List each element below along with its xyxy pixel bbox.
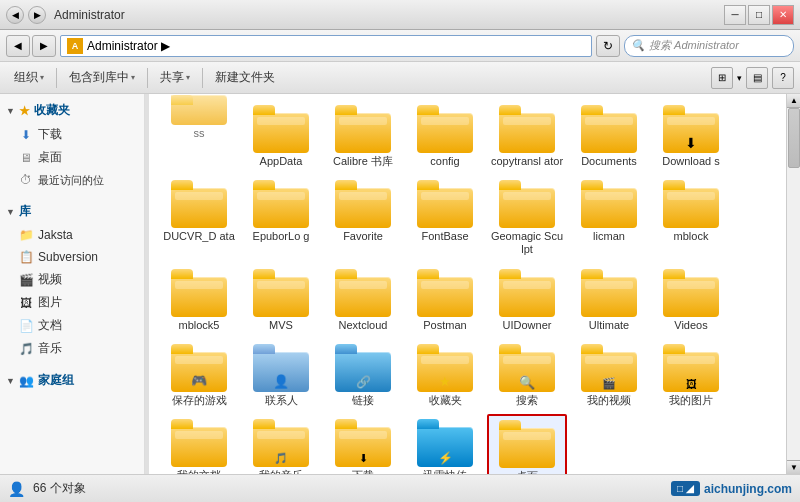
folder-search[interactable]: 🔍 搜索 <box>487 339 567 412</box>
status-count: 66 个对象 <box>33 480 86 497</box>
folder-calibre[interactable]: Calibre 书库 <box>323 100 403 173</box>
watermark-icon-left: □ <box>677 483 683 494</box>
folder-fontbase[interactable]: FontBase <box>405 175 485 261</box>
new-folder-label: 新建文件夹 <box>215 69 275 86</box>
preview-button[interactable]: ▤ <box>746 67 768 89</box>
search-box[interactable]: 🔍 搜索 Administrator <box>624 35 794 57</box>
folder-postman[interactable]: Postman <box>405 264 485 337</box>
folder-config[interactable]: config <box>405 100 485 173</box>
sidebar-item-jaksta[interactable]: 📁 Jaksta <box>0 224 144 246</box>
star-icon: ★ <box>19 104 30 118</box>
folder-saved-game[interactable]: 🎮 保存的游戏 <box>159 339 239 412</box>
folder-ss[interactable]: ss <box>159 94 239 173</box>
folder-mblock5[interactable]: mblock5 <box>159 264 239 337</box>
folder-videos[interactable]: Videos <box>651 264 731 337</box>
folder-downloads[interactable]: ⬇ Download s <box>651 100 731 173</box>
folder-my-videos[interactable]: 🎬 我的视频 <box>569 339 649 412</box>
folder-my-documents[interactable]: 我的文档 <box>159 414 239 474</box>
folder-mvs[interactable]: MVS <box>241 264 321 337</box>
scroll-thumb[interactable] <box>788 108 800 168</box>
sidebar: ▼ ★ 收藏夹 ⬇ 下载 🖥 桌面 ⏱ 最近访问的位 ▼ 库 📁 Jaksta … <box>0 94 145 474</box>
scroll-down-button[interactable]: ▼ <box>787 460 800 474</box>
nav-back-button[interactable]: ◀ <box>6 35 30 57</box>
refresh-button[interactable]: ↻ <box>596 35 620 57</box>
sidebar-item-music[interactable]: 🎵 音乐 <box>0 337 144 360</box>
sidebar-item-subversion[interactable]: 📋 Subversion <box>0 246 144 268</box>
my-videos-icon: 🎬 <box>581 344 637 392</box>
scroll-track[interactable] <box>787 108 800 460</box>
folder-epuborlog[interactable]: EpuborLo g <box>241 175 321 261</box>
sidebar-item-video[interactable]: 🎬 视频 <box>0 268 144 291</box>
watermark-container: □ ◢ <box>671 481 700 496</box>
sidebar-recent-label: 最近访问的位 <box>38 173 104 188</box>
nav-forward-button[interactable]: ▶ <box>32 35 56 57</box>
folder-uidowner[interactable]: UIDowner <box>487 264 567 337</box>
title-bar: ◀ ▶ Administrator ─ □ ✕ <box>0 0 800 30</box>
folder-xunlei[interactable]: ⚡ 迅雷快传 <box>405 414 485 474</box>
folder-copytranslator[interactable]: copytransl ator <box>487 100 567 173</box>
sidebar-item-desktop[interactable]: 🖥 桌面 <box>0 146 144 169</box>
folder-ducvr[interactable]: DUCVR_D ata <box>159 175 239 261</box>
library-header[interactable]: ▼ 库 <box>0 199 144 224</box>
folder-favorite[interactable]: Favorite <box>323 175 403 261</box>
window-title: Administrator <box>54 8 125 22</box>
share-button[interactable]: 共享 ▾ <box>152 66 198 90</box>
folder-favorites-folder[interactable]: ★ 收藏夹 <box>405 339 485 412</box>
game-overlay: 🎮 <box>191 373 207 388</box>
folder-geomagic[interactable]: Geomagic Sculpt <box>487 175 567 261</box>
mblock5-icon <box>171 269 227 317</box>
help-button[interactable]: ? <box>772 67 794 89</box>
postman-icon <box>417 269 473 317</box>
folder-epuborlog-label: EpuborLo g <box>253 230 310 243</box>
address-path[interactable]: A Administrator ▶ <box>60 35 592 57</box>
toolbar-sep-3 <box>202 68 203 88</box>
scroll-up-button[interactable]: ▲ <box>787 94 800 108</box>
sidebar-item-picture[interactable]: 🖼 图片 <box>0 291 144 314</box>
nav-buttons: ◀ ▶ <box>6 35 56 57</box>
folder-documents[interactable]: Documents <box>569 100 649 173</box>
my-documents-icon <box>171 419 227 467</box>
folder-links[interactable]: 🔗 链接 <box>323 339 403 412</box>
picture-icon: 🖼 <box>18 295 34 311</box>
maximize-button[interactable]: □ <box>748 5 770 25</box>
folder-appdata[interactable]: AppData <box>241 100 321 173</box>
include-button[interactable]: 包含到库中 ▾ <box>61 66 143 90</box>
folder-mblock5-label: mblock5 <box>179 319 220 332</box>
organize-button[interactable]: 组织 ▾ <box>6 66 52 90</box>
download-overlay-icon: ⬇ <box>685 135 697 151</box>
organize-label: 组织 <box>14 69 38 86</box>
minimize-button[interactable]: ─ <box>724 5 746 25</box>
homegroup-header[interactable]: ▼ 👥 家庭组 <box>0 368 144 393</box>
close-button[interactable]: ✕ <box>772 5 794 25</box>
toolbar-sep-2 <box>147 68 148 88</box>
sidebar-item-download[interactable]: ⬇ 下载 <box>0 123 144 146</box>
folder-mblock[interactable]: mblock <box>651 175 731 261</box>
links-overlay: 🔗 <box>356 375 371 389</box>
copytranslator-icon <box>499 105 555 153</box>
favorites-arrow: ▼ <box>6 106 15 116</box>
folder-dl[interactable]: ⬇ 下载 <box>323 414 403 474</box>
favorites-header[interactable]: ▼ ★ 收藏夹 <box>0 98 144 123</box>
folder-contacts[interactable]: 👤 联系人 <box>241 339 321 412</box>
folder-videos-label: Videos <box>674 319 707 332</box>
new-folder-button[interactable]: 新建文件夹 <box>207 66 283 90</box>
back-button[interactable]: ◀ <box>6 6 24 24</box>
path-icon: A <box>67 38 83 54</box>
sidebar-item-document[interactable]: 📄 文档 <box>0 314 144 337</box>
toolbar-right: ⊞ ▾ ▤ ? <box>711 67 794 89</box>
view-button[interactable]: ⊞ <box>711 67 733 89</box>
scrollbar[interactable]: ▲ ▼ <box>786 94 800 474</box>
folder-postman-label: Postman <box>423 319 466 332</box>
folder-copytranslator-label: copytransl ator <box>491 155 563 168</box>
my-pictures-icon: 🖼 <box>663 344 719 392</box>
folder-ultimate[interactable]: Ultimate <box>569 264 649 337</box>
forward-button[interactable]: ▶ <box>28 6 46 24</box>
toolbar-sep-1 <box>56 68 57 88</box>
folder-my-pictures[interactable]: 🖼 我的图片 <box>651 339 731 412</box>
sidebar-item-recent[interactable]: ⏱ 最近访问的位 <box>0 169 144 191</box>
folder-nextcloud[interactable]: Nextcloud <box>323 264 403 337</box>
sidebar-download-label: 下载 <box>38 126 62 143</box>
folder-my-music[interactable]: 🎵 我的音乐 <box>241 414 321 474</box>
folder-licman[interactable]: licman <box>569 175 649 261</box>
folder-desktop[interactable]: 桌面 <box>487 414 567 474</box>
